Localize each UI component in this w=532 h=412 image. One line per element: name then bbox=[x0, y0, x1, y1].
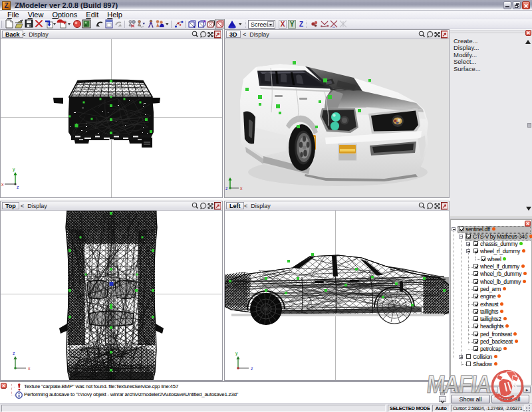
svg-text:x: x bbox=[28, 366, 31, 371]
svg-text:y: y bbox=[235, 351, 238, 356]
svg-text:z: z bbox=[251, 366, 253, 371]
svg-text:MAFIA: MAFIA bbox=[426, 370, 493, 398]
svg-text:z: z bbox=[13, 351, 15, 356]
svg-text:x: x bbox=[240, 186, 243, 191]
svg-text:z: z bbox=[225, 186, 228, 191]
svg-text:y: y bbox=[13, 167, 15, 172]
svg-text:z: z bbox=[17, 185, 19, 189]
svg-text:x: x bbox=[1, 182, 4, 187]
